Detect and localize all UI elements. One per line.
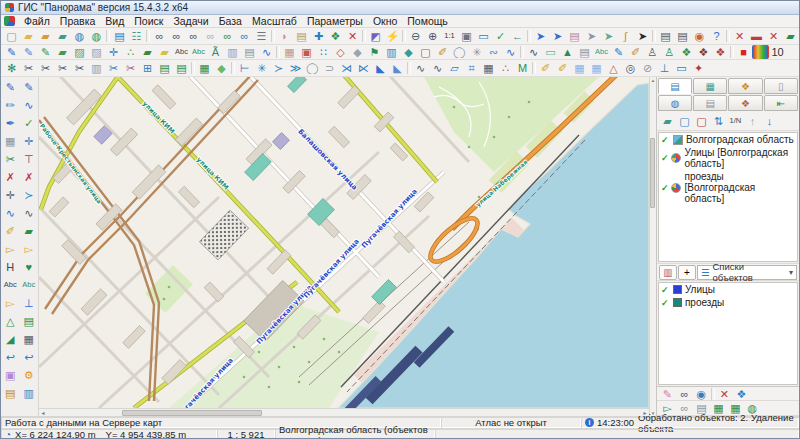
polygon-export-icon[interactable]: ❖: [695, 45, 712, 59]
columns2-icon[interactable]: ▥: [20, 384, 37, 401]
layer-ulitsy[interactable]: ✓ Улицы [Волгоградская область]: [659, 146, 797, 170]
scroll-left-icon[interactable]: ◂: [39, 409, 47, 417]
rect-nodes-icon[interactable]: ▭: [673, 61, 690, 75]
panel-move-up-icon[interactable]: ↑: [744, 113, 761, 129]
wave-edit-icon[interactable]: ∿: [412, 61, 429, 75]
search-by-name-icon[interactable]: ∞: [168, 29, 185, 43]
delete-layer-icon[interactable]: ✕: [765, 29, 782, 43]
columns-icon[interactable]: ▥: [383, 45, 400, 59]
menu-help[interactable]: Помощь: [402, 15, 453, 28]
cut-part-icon[interactable]: ✂: [122, 61, 139, 75]
menu-search[interactable]: Поиск: [129, 15, 168, 28]
print-map-icon[interactable]: ▤: [674, 29, 691, 43]
select-doc-icon[interactable]: ▤: [293, 29, 310, 43]
contour-info-icon[interactable]: ⌗: [463, 61, 480, 75]
tab-3d[interactable]: ❖: [728, 95, 762, 111]
objlist-ulitsy[interactable]: ✓ Улицы: [659, 283, 797, 296]
perp-text-icon[interactable]: ⊥: [20, 294, 37, 311]
text-abc-left-icon[interactable]: Abc: [2, 276, 19, 293]
menu-tasks[interactable]: Задачи: [168, 15, 213, 28]
panel-scale-visibility-icon[interactable]: 1/N: [727, 113, 744, 129]
clip-area-icon[interactable]: ▥: [88, 61, 105, 75]
sheet-calendar-icon[interactable]: ▤: [576, 45, 593, 59]
edit-query-icon[interactable]: ✒: [2, 114, 19, 131]
flashlight-icon[interactable]: ▻: [2, 294, 19, 311]
map-layers-icon[interactable]: ▤: [111, 29, 128, 43]
undo-hook2-icon[interactable]: ↩: [20, 348, 37, 365]
layers-photo-icon[interactable]: ▤: [2, 384, 19, 401]
select-add-icon[interactable]: ✚: [310, 29, 327, 43]
globe-tasks-icon[interactable]: ◍: [88, 29, 105, 43]
new-map-icon[interactable]: ▢: [3, 29, 20, 43]
map-vertical-scrollbar[interactable]: ▴ ▾: [649, 77, 656, 416]
cut-node-icon[interactable]: ✂: [105, 61, 122, 75]
delete-tool-icon[interactable]: ✗: [2, 168, 19, 185]
hammer-icon[interactable]: ✦: [690, 61, 707, 75]
edit-list-icon[interactable]: ▤: [241, 45, 258, 59]
menu-options[interactable]: Параметры: [302, 15, 368, 28]
contour-table-icon[interactable]: ▦: [480, 61, 497, 75]
tab-layers[interactable]: ▤: [658, 78, 692, 94]
atlas-icon[interactable]: ◩: [367, 29, 384, 43]
ruler-grid-icon[interactable]: ▦: [281, 45, 298, 59]
cut-line-icon[interactable]: ✂: [37, 61, 54, 75]
diamond-teal-icon[interactable]: ◆: [400, 45, 417, 59]
pointer-black-icon[interactable]: ➤: [634, 29, 651, 43]
node-remove-icon[interactable]: ⋊: [338, 61, 355, 75]
panel-remove-list-icon[interactable]: ▢: [693, 113, 710, 129]
polygon-import-icon[interactable]: ❖: [678, 45, 695, 59]
menu-scale[interactable]: Масштаб: [247, 15, 302, 28]
stamp-grid-icon[interactable]: ▦: [196, 61, 213, 75]
polygons-yellow-icon[interactable]: ▰: [156, 45, 173, 59]
polygons-gray-icon[interactable]: ▨: [88, 45, 105, 59]
circle-create-icon[interactable]: ◯: [304, 61, 321, 75]
polygon-delete-icon[interactable]: ❖: [712, 45, 729, 59]
search-zoom-icon[interactable]: ◎: [622, 61, 639, 75]
wave-tool-icon[interactable]: ∿: [20, 204, 37, 221]
create-object-icon[interactable]: ✎: [2, 78, 19, 95]
profile-stairs-icon[interactable]: ◢: [2, 330, 19, 347]
open-site-icon[interactable]: ▰: [37, 29, 54, 43]
delete-object2-icon[interactable]: ✗: [20, 168, 37, 185]
tree-symbol-icon[interactable]: ▲: [559, 45, 576, 59]
layer-proezdy[interactable]: ✓ проезды [Волгоградская область]: [659, 170, 797, 205]
fill-color-icon[interactable]: ■: [735, 45, 752, 59]
objlist-proezdy[interactable]: ✓ проезды: [659, 296, 797, 309]
spline-pencil-icon[interactable]: ∿: [258, 45, 275, 59]
scatter-objects-icon[interactable]: ∴: [122, 45, 139, 59]
search-more-icon[interactable]: ∞: [185, 29, 202, 43]
move-map-icon[interactable]: ✛: [20, 132, 37, 149]
stamp-diamond-icon[interactable]: ◆: [213, 61, 230, 75]
tab-maps[interactable]: ▦: [693, 78, 727, 94]
person-icon[interactable]: ♙: [644, 45, 661, 59]
select-object-icon[interactable]: ❖: [327, 29, 344, 43]
comet-tool-icon[interactable]: ∾: [485, 45, 502, 59]
draw-pad-icon[interactable]: ✎: [610, 45, 627, 59]
list-filter-button[interactable]: ▥: [659, 265, 677, 280]
images-icon[interactable]: ▣: [2, 366, 19, 383]
pointer-object-icon[interactable]: ➤: [549, 29, 566, 43]
cut-k-icon[interactable]: ✂: [71, 61, 88, 75]
axis-move-icon[interactable]: ✛: [105, 45, 122, 59]
blocks-list2-icon[interactable]: ▤: [173, 61, 190, 75]
topology-star-icon[interactable]: ✳: [253, 61, 270, 75]
search-off-icon[interactable]: ∞: [202, 29, 219, 43]
layer-composition-icon[interactable]: ☷: [128, 29, 145, 43]
length-pencil-icon[interactable]: ✐: [537, 61, 554, 75]
label-wave-icon[interactable]: Ã: [207, 45, 224, 59]
color-wheel-icon[interactable]: ◉: [691, 29, 708, 43]
help-pointer-icon[interactable]: ?: [708, 29, 725, 43]
merge-objects-icon[interactable]: ✻: [3, 61, 20, 75]
register-icon[interactable]: ▤: [20, 312, 37, 329]
zoom-out-icon[interactable]: ⊖: [407, 29, 424, 43]
nodes-colored-icon[interactable]: ∴: [497, 61, 514, 75]
mini-grid2-icon[interactable]: ▦: [588, 61, 605, 75]
cut-tool-icon[interactable]: ✂: [2, 150, 19, 167]
menu-edit[interactable]: Правка: [55, 15, 100, 28]
search-area-icon[interactable]: ∞: [219, 29, 236, 43]
map-canvas[interactable]: Пугачёвская улица Пугачёвская улица Пуга…: [39, 77, 649, 408]
zoom-1-1-icon[interactable]: 1:1: [441, 29, 458, 43]
compass-angle-icon[interactable]: △: [605, 61, 622, 75]
person-flag-icon[interactable]: ♙: [661, 45, 678, 59]
arc-create-icon[interactable]: ⊃: [321, 61, 338, 75]
